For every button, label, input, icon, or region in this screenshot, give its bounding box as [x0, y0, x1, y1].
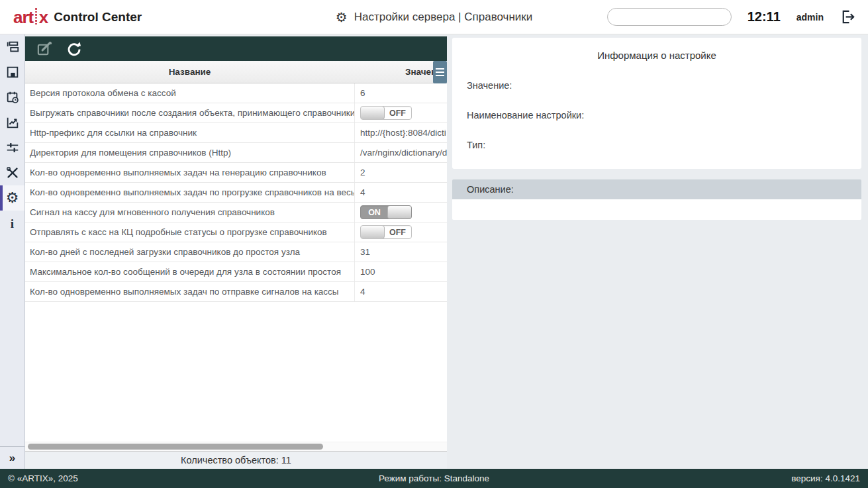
- gear-icon: ⚙: [336, 11, 348, 24]
- setting-value-cell: 6: [354, 83, 447, 103]
- setting-value-cell: 4: [354, 282, 447, 301]
- table-row[interactable]: Кол-во дней с последней загрузки справоч…: [25, 242, 447, 262]
- table-row[interactable]: Кол-во одновременно выполняемых задач на…: [25, 163, 447, 183]
- setting-name-label: Наименование настройки:: [467, 110, 847, 121]
- calendar-clock-icon: [5, 90, 20, 105]
- toggle-switch[interactable]: OFF: [360, 106, 412, 120]
- column-menu-button[interactable]: [433, 61, 447, 83]
- search-box[interactable]: [607, 8, 732, 26]
- sidebar-item-info[interactable]: i: [0, 211, 24, 236]
- table-row[interactable]: Http-префикс для ссылки на справочникhtt…: [25, 123, 447, 143]
- current-user: admin: [796, 12, 824, 23]
- sidebar-item-cash-registers[interactable]: [0, 34, 24, 60]
- chart-icon: [5, 115, 20, 130]
- info-panel-title: Информация о настройке: [467, 50, 847, 61]
- setting-name-cell: Отправлять с касс на КЦ подробные статус…: [25, 222, 354, 242]
- setting-name-cell: Http-префикс для ссылки на справочник: [25, 123, 354, 142]
- description-label: Описание:: [467, 184, 514, 195]
- setting-name-cell: Кол-во одновременно выполняемых задач по…: [25, 183, 354, 202]
- edit-button[interactable]: [36, 40, 54, 58]
- sidebar-item-utilities[interactable]: [0, 160, 24, 185]
- setting-value-cell: 100: [354, 262, 447, 281]
- table-row[interactable]: Версия протокола обмена с кассой6: [25, 83, 447, 103]
- logout-icon: [840, 9, 856, 25]
- copyright-label: © «ARTIX», 2025: [0, 473, 78, 483]
- toggle-state-label: OFF: [384, 107, 411, 119]
- refresh-button[interactable]: [66, 40, 83, 58]
- table-header-row: Название Значение: [25, 61, 447, 83]
- edit-icon: [36, 40, 54, 58]
- tools-icon: [5, 166, 20, 180]
- app-title: Control Center: [54, 10, 142, 24]
- header-right-group: 12:11 admin: [607, 8, 868, 26]
- table-row[interactable]: Директория для помещения справочников (H…: [25, 143, 447, 163]
- setting-name-cell: Кол-во одновременно выполняемых задач на…: [25, 163, 354, 182]
- description-header: Описание:: [452, 179, 861, 199]
- setting-name-cell: Выгружать справочники после создания объ…: [25, 103, 354, 122]
- refresh-icon: [66, 40, 83, 58]
- toggle-state-label: ON: [361, 206, 388, 219]
- table-body: Версия протокола обмена с кассой6Выгружа…: [25, 83, 447, 302]
- table-row[interactable]: Сигнал на кассу для мгновенного получени…: [25, 203, 447, 222]
- app-logo: art x Control Center: [13, 8, 142, 26]
- value-label: Значение:: [467, 80, 847, 91]
- hamburger-icon: [436, 68, 444, 70]
- work-mode-label: Режим работы: Standalone: [379, 473, 489, 483]
- logout-button[interactable]: [840, 9, 856, 25]
- column-header-name[interactable]: Название: [25, 61, 354, 83]
- logo-dotted-i: [35, 8, 37, 24]
- horizontal-scrollbar[interactable]: [25, 442, 447, 451]
- cash-register-icon: [5, 40, 20, 54]
- logo-text-x: x: [39, 9, 48, 26]
- clock: 12:11: [747, 9, 781, 24]
- breadcrumb-text: Настройки сервера | Справочники: [354, 11, 533, 24]
- sidebar-item-displays[interactable]: [0, 60, 24, 85]
- artix-logo: art x: [13, 8, 48, 26]
- gear-icon: ⚙: [6, 191, 19, 205]
- main-content: Название Значение Версия протокола обмен…: [25, 34, 868, 469]
- sidebar: ⚙ i »: [0, 34, 25, 469]
- scrollbar-thumb[interactable]: [28, 444, 323, 450]
- toggle-handle: [360, 106, 385, 120]
- setting-name-cell: Сигнал на кассу для мгновенного получени…: [25, 203, 354, 222]
- table-row[interactable]: Кол-во одновременно выполняемых задач по…: [25, 282, 447, 302]
- sidebar-item-schedule[interactable]: [0, 85, 24, 110]
- status-footer: © «ARTIX», 2025 Режим работы: Standalone…: [0, 469, 868, 488]
- setting-value-cell: OFF: [354, 103, 447, 122]
- sidebar-expand-button[interactable]: »: [0, 446, 24, 469]
- table-row[interactable]: Кол-во одновременно выполняемых задач по…: [25, 183, 447, 203]
- setting-value-cell: http://{host}:8084/dicti: [354, 123, 447, 142]
- sidebar-item-settings[interactable]: ⚙: [0, 185, 24, 211]
- object-count-bar: Количество объектов: 11: [25, 451, 447, 469]
- setting-value-cell: OFF: [354, 222, 447, 242]
- table-toolbar: [25, 36, 447, 61]
- setting-name-cell: Кол-во одновременно выполняемых задач по…: [25, 282, 354, 301]
- setting-name-cell: Директория для помещения справочников (H…: [25, 143, 354, 162]
- table-empty-area: [25, 302, 447, 442]
- toggle-switch[interactable]: OFF: [360, 225, 412, 239]
- info-icon: i: [11, 217, 14, 230]
- sidebar-item-parameters[interactable]: [0, 135, 24, 160]
- expand-chevrons: »: [9, 452, 15, 465]
- app-body: ⚙ i »: [0, 34, 868, 469]
- toggle-switch[interactable]: ON: [360, 205, 412, 219]
- table-row[interactable]: Выгружать справочники после создания объ…: [25, 103, 447, 123]
- object-count-label: Количество объектов: 11: [181, 455, 291, 465]
- info-panel: Информация о настройке Значение: Наимено…: [452, 38, 861, 220]
- setting-value-cell: 2: [354, 163, 447, 182]
- toggle-handle: [360, 225, 385, 239]
- search-input[interactable]: [613, 12, 730, 22]
- table-row[interactable]: Максимальное кол-во сообщений в очереди …: [25, 262, 447, 282]
- breadcrumb: ⚙ Настройки сервера | Справочники: [336, 11, 532, 24]
- setting-value-cell: /var/nginx/dictionary/d: [354, 143, 447, 162]
- display-icon: [5, 65, 20, 79]
- toggle-handle: [387, 205, 412, 219]
- setting-value-cell: 4: [354, 183, 447, 202]
- setting-value-cell: ON: [354, 203, 447, 222]
- logo-text-art: art: [13, 9, 33, 26]
- toggle-state-label: OFF: [384, 226, 411, 238]
- sidebar-item-monitoring[interactable]: [0, 110, 24, 135]
- table-row[interactable]: Отправлять с касс на КЦ подробные статус…: [25, 222, 447, 242]
- top-header: art x Control Center ⚙ Настройки сервера…: [0, 0, 868, 34]
- description-body: [452, 199, 861, 220]
